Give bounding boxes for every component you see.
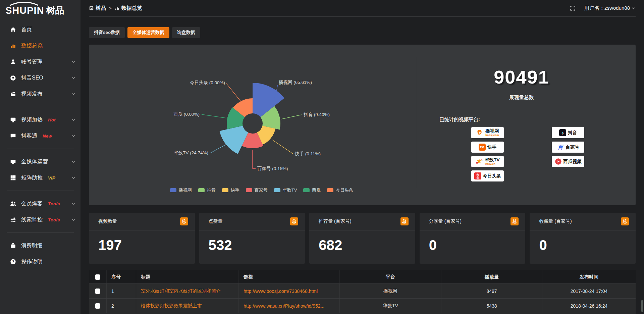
- sidebar-item-badge: New: [43, 134, 52, 139]
- stat-card-4: 收藏量 (百家号) 总 0: [530, 213, 636, 264]
- toutiao-logo-icon: 头条: [474, 172, 481, 179]
- cell-no: 2: [107, 299, 136, 313]
- xigua-logo-icon: [555, 158, 562, 165]
- video-title-link[interactable]: 楼体投影灯投影效果震撼上市: [141, 303, 202, 309]
- platform-badge-label: 今日头条: [483, 174, 501, 178]
- gear-icon: [10, 75, 16, 81]
- legend-item-西瓜[interactable]: 西瓜: [303, 187, 321, 193]
- sidebar-item-label: 账号管理: [21, 58, 43, 65]
- legend-item-今日头条[interactable]: 今日头条: [327, 187, 353, 193]
- platform-badge-今日头条: 头条 今日头条: [471, 170, 504, 181]
- pie-leader-line: [272, 140, 293, 154]
- sidebar-item-label: 视频加热: [21, 116, 43, 123]
- sidebar-item-9[interactable]: 全媒体运营: [0, 154, 80, 170]
- total-badge: 总: [290, 217, 298, 225]
- tab-0[interactable]: 抖音seo数据: [89, 27, 125, 38]
- users-icon: [10, 201, 16, 207]
- svg-text:?: ?: [12, 260, 14, 264]
- fullscreen-icon[interactable]: [570, 5, 576, 11]
- legend-item-快手[interactable]: 快手: [222, 187, 239, 193]
- sidebar-divider: [7, 232, 74, 233]
- tab-2[interactable]: 询盘数据: [172, 27, 200, 38]
- stat-card-value: 0: [530, 230, 636, 253]
- breadcrumb-root[interactable]: 树品: [89, 5, 106, 12]
- platform-badge-label: 西瓜视频: [564, 159, 582, 164]
- chevron-down-icon: [71, 92, 76, 96]
- legend-item-华数TV[interactable]: 华数TV: [274, 187, 297, 193]
- legend-label: 百家号: [255, 187, 268, 193]
- total-badge: 总: [180, 217, 188, 225]
- sidebar-item-label: 操作说明: [21, 258, 43, 265]
- stat-card-title: 视频数量: [98, 218, 117, 224]
- sidebar-item-label: 视频发布: [21, 91, 43, 98]
- cell-plays: 5438: [441, 299, 542, 313]
- legend-label: 播视网: [179, 187, 192, 193]
- platform-badge-百家号: 百 百家号: [552, 142, 584, 153]
- breadcrumb-current[interactable]: 数据总览: [115, 5, 142, 12]
- sidebar-item-6[interactable]: 视频加热 Hot: [0, 112, 80, 128]
- sidebar-item-13[interactable]: 线索监控 Tools: [0, 212, 80, 228]
- douyin-logo-icon: ♪♪♪: [559, 129, 566, 136]
- video-title-link[interactable]: 室外水纹灯和室内水纹灯的区别和简介: [141, 288, 221, 294]
- sidebar-item-16[interactable]: ? 操作说明: [0, 254, 80, 270]
- svg-text:♪: ♪: [561, 130, 564, 136]
- platform-badges-left: 播视网boosj.com 快手 华数TVwasu.cn 头条 今日头条: [471, 127, 504, 181]
- stat-card-title: 推荐量 (百家号): [319, 218, 351, 224]
- sidebar-divider: [7, 107, 74, 107]
- heat-icon: [10, 117, 16, 123]
- sidebar-item-4[interactable]: 视频发布: [0, 86, 80, 102]
- legend-item-抖音[interactable]: 抖音: [198, 187, 216, 193]
- sidebar-item-7[interactable]: 抖客通 New: [0, 128, 80, 144]
- sidebar-item-0[interactable]: 首页: [0, 21, 80, 38]
- pie-label: 快手 (0.11%): [294, 151, 321, 156]
- legend-label: 今日头条: [336, 187, 353, 193]
- chart-icon: [10, 43, 16, 49]
- row-checkbox[interactable]: [95, 303, 100, 309]
- chevron-down-icon: [71, 159, 76, 164]
- sidebar-item-15[interactable]: 消费明细: [0, 238, 80, 254]
- table-header-row: 序号 标题 链接 平台 播放量 发布时间: [89, 270, 636, 284]
- sidebar-item-3[interactable]: 抖音SEO: [0, 70, 80, 86]
- user-icon: [10, 59, 16, 65]
- chevron-down-icon: [71, 117, 76, 122]
- row-checkbox[interactable]: [95, 289, 100, 294]
- video-url-link[interactable]: http://www.wasu.cn/Play/show/id/952...: [244, 303, 324, 309]
- impressions-pane: 90491 展现量总数 已统计的视频平台: 播视网boosj.com 快手 华数…: [439, 45, 604, 205]
- username-menu[interactable]: 用户名：zswodun88: [584, 5, 636, 11]
- legend-item-百家号[interactable]: 百家号: [246, 187, 268, 193]
- chevron-down-icon: [71, 217, 76, 222]
- svg-text:条: 条: [476, 176, 479, 179]
- grid-icon: [10, 175, 16, 181]
- panel-divider: [416, 57, 416, 188]
- pie-label: 抖音 (9.40%): [304, 112, 330, 117]
- sidebar-divider: [7, 191, 74, 191]
- scrollbar-thumb[interactable]: [641, 300, 643, 312]
- legend-swatch: [246, 188, 252, 192]
- impressions-total: 90491: [439, 66, 604, 88]
- pie-slice-华数TV[interactable]: [220, 126, 249, 154]
- sidebar-item-12[interactable]: 会员爆客 Tools: [0, 196, 80, 212]
- topbar: 树品 > 数据总览 用户名：zswodun88: [80, 0, 644, 17]
- wasu-logo-icon: [475, 158, 483, 165]
- col-header-title: 标题: [136, 270, 239, 283]
- video-url-link[interactable]: http://www.boosj.com/7338468.html: [244, 289, 318, 294]
- pie-leader-line: [202, 114, 226, 118]
- table-row-1: 2 楼体投影灯投影效果震撼上市 http://www.wasu.cn/Play/…: [89, 299, 636, 313]
- select-all-checkbox[interactable]: [95, 274, 100, 280]
- boosj-logo-icon: [476, 129, 484, 137]
- cell-time: 2018-04-26 16:24: [542, 299, 636, 313]
- sidebar-item-10[interactable]: 矩阵助推 VIP: [0, 170, 80, 186]
- topbar-right: 用户名：zswodun88: [570, 5, 636, 11]
- tab-1[interactable]: 全媒体运营数据: [127, 27, 169, 38]
- sidebar-item-label: 全媒体运营: [21, 158, 48, 165]
- col-header-time: 发布时间: [542, 270, 636, 283]
- legend-item-播视网[interactable]: 播视网: [170, 187, 192, 193]
- sidebar-item-2[interactable]: 账号管理: [0, 54, 80, 70]
- pane-divider: [439, 105, 604, 105]
- col-header-no: 序号: [107, 270, 136, 283]
- sidebar-item-1[interactable]: 数据总览: [0, 38, 80, 54]
- monitor-icon: [10, 159, 16, 165]
- legend-swatch: [170, 188, 176, 192]
- app-square-icon: [89, 6, 94, 11]
- sidebar-item-badge: Tools: [48, 201, 60, 206]
